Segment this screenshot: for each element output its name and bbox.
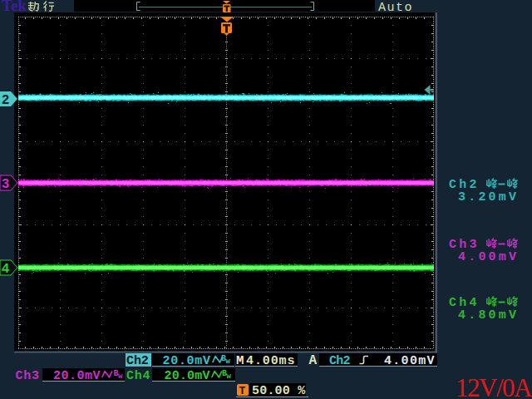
svg-text:3: 3 — [2, 177, 10, 192]
svg-text:2: 2 — [2, 93, 10, 108]
svg-text:4: 4 — [2, 262, 10, 277]
